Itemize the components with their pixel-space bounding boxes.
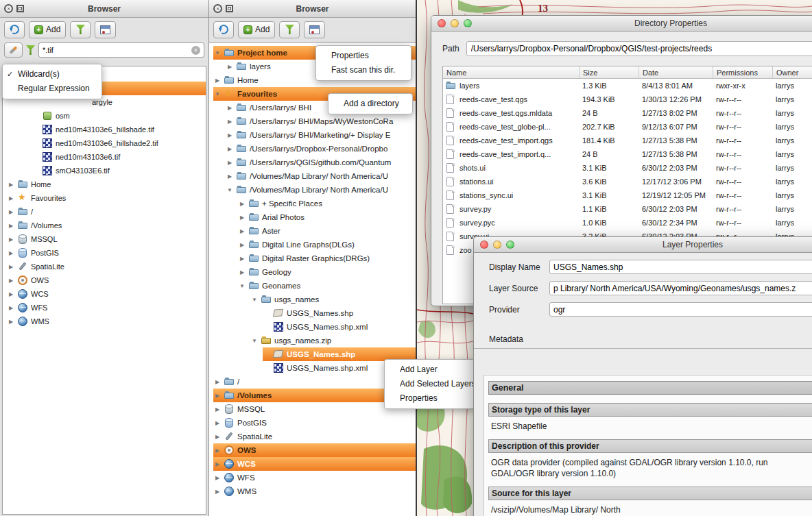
tree-item[interactable]: ned10m43103e6_hillshade2.tif: [3, 136, 206, 150]
expand-arrow[interactable]: ▶: [226, 132, 234, 138]
table-row[interactable]: layers1.3 KiB8/4/13 8:01 AMrwxr-xr-xlarr…: [443, 79, 812, 93]
table-row[interactable]: survey.pyc1.0 KiB6/30/12 2:34 PMrw-r--r-…: [443, 216, 812, 230]
menu-item[interactable]: Properties: [385, 391, 474, 406]
tree-item[interactable]: ▶Digital Raster Graphics(DRGs): [209, 251, 416, 265]
refresh-button[interactable]: [213, 21, 234, 38]
expand-arrow[interactable]: ▼: [213, 91, 222, 97]
tree-item[interactable]: ▶Favourites: [3, 191, 206, 205]
table-row[interactable]: reeds-cave_test_globe-pl...202.7 KiB9/12…: [443, 120, 812, 134]
tree-item[interactable]: ▶SpatiaLite: [209, 430, 416, 443]
tree-item[interactable]: ▶/Users/larrys/ BHI/Maps/WyWestonCoRa: [209, 114, 416, 128]
expand-arrow[interactable]: ▶: [7, 182, 15, 188]
tree-item[interactable]: USGS_Names.shp.xml: [209, 320, 416, 334]
expand-arrow[interactable]: ▶: [238, 201, 246, 207]
window-titlebar[interactable]: Directory Properties: [431, 16, 812, 32]
add-button[interactable]: Add: [29, 21, 66, 38]
tree-item[interactable]: osm: [3, 109, 206, 123]
expand-arrow[interactable]: ▶: [7, 305, 15, 311]
expand-arrow[interactable]: ▼: [238, 283, 246, 289]
expand-arrow[interactable]: ▶: [7, 264, 15, 270]
column-header-date[interactable]: Date: [639, 66, 713, 78]
close-icon[interactable]: ×: [4, 4, 13, 13]
column-header-size[interactable]: Size: [580, 66, 639, 78]
table-row[interactable]: stations.ui3.6 KiB12/17/12 3:06 PMrw-r--…: [443, 175, 812, 188]
tree-item[interactable]: ▼Geonames: [209, 279, 416, 293]
table-row[interactable]: reeds-cave_test_import.qgs181.4 KiB1/27/…: [443, 134, 812, 147]
tree-item[interactable]: ▶WFS: [209, 471, 416, 484]
expand-arrow[interactable]: ▶: [213, 393, 222, 399]
expand-arrow[interactable]: ▼: [226, 187, 234, 193]
table-row[interactable]: survey.py1.1 KiB6/30/12 2:03 PMrw-r--r--…: [443, 202, 812, 216]
tree-item[interactable]: ▶WMS: [209, 484, 416, 498]
expand-arrow[interactable]: ▶: [213, 461, 222, 467]
expand-arrow[interactable]: ▶: [213, 379, 222, 385]
tree-item[interactable]: ▶OWS: [3, 273, 206, 287]
close-window-icon[interactable]: [480, 241, 488, 249]
expand-arrow[interactable]: ▶: [7, 250, 15, 256]
table-row[interactable]: reeds-cave_test_import.q...24 B1/27/13 5…: [443, 147, 812, 161]
tree-item[interactable]: ▶WFS: [3, 301, 206, 315]
tree-item[interactable]: ▶MSSQL: [3, 232, 206, 246]
column-header-permissions[interactable]: Permissions: [713, 66, 773, 78]
menu-item[interactable]: Add a directory: [329, 97, 412, 111]
menu-item[interactable]: Regular Expression: [3, 82, 102, 96]
expand-arrow[interactable]: ▶: [238, 214, 246, 221]
clear-filter-icon[interactable]: ×: [191, 46, 200, 55]
expand-arrow[interactable]: ▶: [7, 319, 15, 325]
expand-arrow[interactable]: ▶: [238, 228, 246, 234]
tree-item[interactable]: ▶Aster: [209, 224, 416, 238]
expand-arrow[interactable]: ▶: [226, 119, 234, 125]
tree-item[interactable]: ▶/Users/larrys/Dropbox-Personal/Dropbo: [209, 142, 416, 156]
close-window-icon[interactable]: [438, 19, 446, 27]
add-button[interactable]: Add: [238, 21, 275, 38]
expand-arrow[interactable]: ▼: [250, 338, 259, 344]
tree-item[interactable]: ▶Digital Line Graphs(DLGs): [209, 238, 416, 251]
field-input[interactable]: [549, 260, 812, 274]
tree-item[interactable]: ▶WCS: [209, 457, 416, 471]
column-header-name[interactable]: Name: [443, 66, 580, 78]
menu-item[interactable]: Add Selected Layers: [385, 377, 474, 391]
float-icon[interactable]: [16, 5, 24, 12]
zoom-window-icon[interactable]: [464, 19, 472, 27]
tree-item[interactable]: smO43103E6.tif: [3, 164, 206, 177]
expand-arrow[interactable]: ▶: [7, 209, 15, 215]
field-input[interactable]: [549, 302, 812, 317]
expand-arrow[interactable]: ▶: [213, 420, 222, 426]
tree-item[interactable]: ▶WCS: [3, 287, 206, 301]
tree-item[interactable]: ▼usgs_names.zip: [209, 334, 416, 347]
tree-item[interactable]: ▼/Volumes/Map Library/ North America/U: [209, 183, 416, 197]
properties-widget-button[interactable]: [95, 21, 116, 38]
tree-item[interactable]: ▼usgs_names: [209, 293, 416, 306]
expand-arrow[interactable]: ▶: [7, 291, 15, 297]
path-input[interactable]: [466, 41, 812, 56]
expand-arrow[interactable]: ▼: [250, 297, 259, 303]
tree-item[interactable]: ▶SpatiaLite: [3, 260, 206, 273]
table-row[interactable]: shots.ui3.1 KiB6/30/12 2:03 PMrw-r--r--l…: [443, 161, 812, 175]
expand-arrow[interactable]: ▼: [213, 50, 222, 56]
tree-item[interactable]: ▶WMS: [3, 315, 206, 328]
tree-item[interactable]: ▶+ Specific Places: [209, 197, 416, 210]
tree-item[interactable]: ▶/Volumes/Map Library/ North America/U: [209, 169, 416, 183]
expand-arrow[interactable]: ▶: [238, 269, 246, 275]
tree-item[interactable]: ▶/Volumes: [3, 219, 206, 232]
table-row[interactable]: stations_sync.ui3.1 KiB12/19/12 12:05 PM…: [443, 188, 812, 202]
column-header-owner[interactable]: Owner: [773, 66, 812, 78]
table-row[interactable]: reeds-cave_test.qgs.mldata24 B1/27/13 8:…: [443, 106, 812, 120]
expand-arrow[interactable]: ▶: [213, 434, 222, 440]
tree-item[interactable]: ▶/: [3, 205, 206, 219]
float-icon[interactable]: [226, 5, 233, 12]
tree-item[interactable]: USGS_Names.shp: [209, 306, 416, 320]
menu-item[interactable]: Properties: [316, 49, 411, 63]
menu-item[interactable]: Add Layer: [385, 363, 474, 377]
minimize-window-icon[interactable]: [451, 19, 459, 27]
menu-item[interactable]: Fast scan this dir.: [316, 63, 411, 77]
tree-item[interactable]: ▶Home: [3, 177, 206, 191]
expand-arrow[interactable]: ▶: [226, 160, 234, 166]
expand-arrow[interactable]: ▶: [213, 475, 222, 481]
menu-item[interactable]: ✓Wildcard(s): [3, 67, 102, 82]
expand-arrow[interactable]: ▶: [7, 236, 15, 243]
expand-arrow[interactable]: ▶: [213, 406, 222, 413]
tree-item[interactable]: ▶/Users/larrys/QGIS/github.com/Quantum: [209, 156, 416, 169]
close-icon[interactable]: ×: [213, 4, 222, 13]
expand-arrow[interactable]: ▶: [238, 242, 246, 248]
